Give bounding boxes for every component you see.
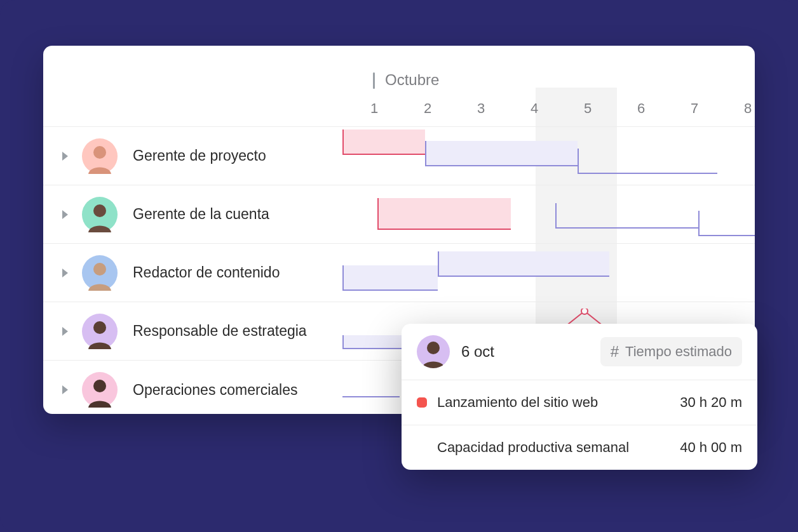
expand-caret-icon[interactable] xyxy=(62,210,68,219)
role-row[interactable]: Redactor de contenido xyxy=(43,244,755,302)
workload-block[interactable] xyxy=(578,149,717,174)
day-label: 5 xyxy=(584,100,592,117)
workload-block[interactable] xyxy=(342,130,425,155)
popup-header: 6 oct # Tiempo estimado xyxy=(402,324,757,380)
page-background: Octubre 1 2 3 4 5 6 7 8 Gerente de proye… xyxy=(0,0,798,532)
avatar xyxy=(82,314,118,349)
role-row[interactable]: Gerente de proyecto xyxy=(43,127,755,185)
day-label: 6 xyxy=(637,100,645,117)
popup-date: 6 oct xyxy=(461,343,589,361)
workload-block[interactable] xyxy=(425,141,578,166)
workload-block[interactable] xyxy=(698,211,755,236)
popup-task-row[interactable]: Lanzamiento del sitio web 30 h 20 m xyxy=(402,380,757,425)
hash-icon: # xyxy=(611,344,619,359)
role-label: Responsable de estrategia xyxy=(133,323,307,340)
task-value: 30 h 20 m xyxy=(680,394,742,411)
workload-block[interactable] xyxy=(342,372,400,397)
svg-point-1 xyxy=(93,204,106,217)
day-label: 8 xyxy=(744,100,752,117)
popup-capacity-row: Capacidad productiva semanal 40 h 00 m xyxy=(402,425,757,470)
timeline-header: Octubre 1 2 3 4 5 6 7 8 xyxy=(43,46,755,127)
workload-block[interactable] xyxy=(342,265,438,291)
timeline-lane xyxy=(342,244,755,302)
expand-caret-icon[interactable] xyxy=(62,385,68,394)
day-label: 2 xyxy=(424,100,431,117)
estimated-time-badge[interactable]: # Tiempo estimado xyxy=(600,337,742,366)
month-tick-icon xyxy=(373,72,375,89)
capacity-label: Capacidad productiva semanal xyxy=(437,439,670,456)
workload-block[interactable] xyxy=(438,251,609,277)
day-label: 7 xyxy=(691,100,698,117)
timeline-lane xyxy=(342,127,755,185)
avatar xyxy=(82,197,118,232)
role-label: Gerente de proyecto xyxy=(133,147,266,164)
expand-caret-icon[interactable] xyxy=(62,327,68,336)
svg-point-5 xyxy=(581,309,588,314)
role-label: Redactor de contenido xyxy=(133,264,280,281)
role-label: Gerente de la cuenta xyxy=(133,206,269,223)
month-label: Octubre xyxy=(385,71,439,89)
workload-block[interactable] xyxy=(377,198,511,230)
capacity-value: 40 h 00 m xyxy=(680,439,742,456)
day-label: 1 xyxy=(370,100,378,117)
timeline-lane xyxy=(342,185,755,243)
svg-point-3 xyxy=(93,321,106,334)
workload-block[interactable] xyxy=(555,203,698,229)
svg-point-0 xyxy=(93,146,106,159)
expand-caret-icon[interactable] xyxy=(62,152,68,161)
avatar xyxy=(417,335,450,368)
badge-label: Tiempo estimado xyxy=(625,343,732,360)
avatar xyxy=(82,138,118,174)
svg-point-2 xyxy=(93,263,106,276)
role-row[interactable]: Gerente de la cuenta xyxy=(43,185,755,244)
svg-point-6 xyxy=(427,342,440,354)
day-label: 3 xyxy=(477,100,485,117)
svg-point-4 xyxy=(93,380,106,392)
workload-popup: 6 oct # Tiempo estimado Lanzamiento del … xyxy=(402,324,757,470)
task-label: Lanzamiento del sitio web xyxy=(437,394,670,411)
avatar xyxy=(82,255,118,291)
avatar xyxy=(82,372,118,408)
status-dot-icon xyxy=(417,397,427,408)
expand-caret-icon[interactable] xyxy=(62,269,68,277)
day-axis: 1 2 3 4 5 6 7 8 xyxy=(342,100,755,126)
role-label: Operaciones comerciales xyxy=(133,382,298,399)
day-label: 4 xyxy=(531,100,538,117)
